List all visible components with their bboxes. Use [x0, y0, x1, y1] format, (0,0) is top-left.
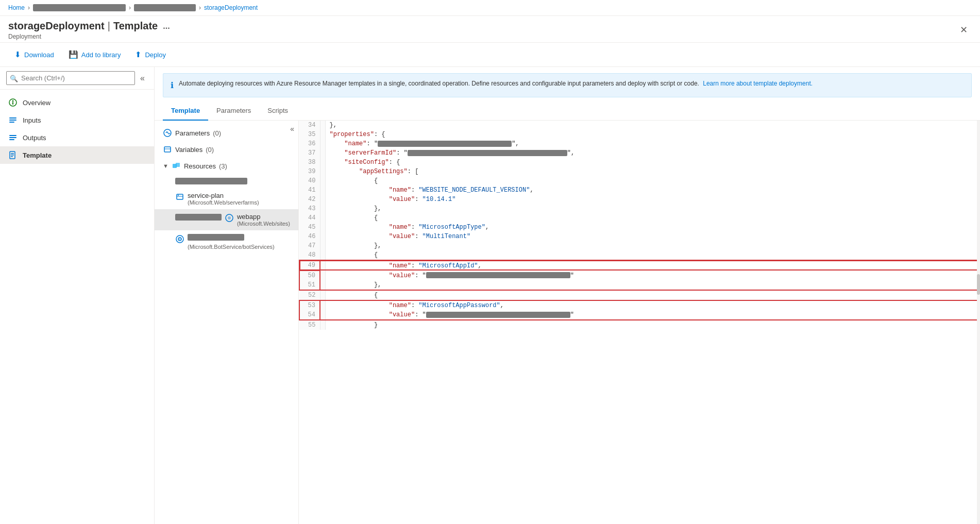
title-area: storageDeployment | Template ... Deploym…	[8, 20, 170, 40]
tree-service-plan[interactable]: service-plan (Microsoft.Web/serverfarms)	[155, 188, 298, 209]
code-line-44: 44 {	[299, 213, 979, 223]
add-to-library-button[interactable]: 💾 Add to library	[62, 47, 127, 62]
line-code-50: "value": ""	[325, 271, 979, 280]
line-num-40: 40	[299, 176, 320, 185]
tree-parameters[interactable]: Parameters (0)	[155, 125, 298, 141]
breadcrumb-current[interactable]: storageDeployment	[204, 4, 258, 11]
code-line-43: 43 },	[299, 204, 979, 213]
svg-point-22	[228, 216, 231, 219]
code-line-49: 49 "name": "MicrosoftAppId",	[299, 260, 979, 271]
page-subtitle: Deployment	[8, 33, 170, 40]
svg-rect-18	[177, 194, 183, 199]
webapp-icon	[225, 213, 234, 223]
line-gutter-48	[320, 250, 325, 260]
svg-rect-2	[12, 102, 13, 105]
line-code-51: },	[325, 280, 979, 290]
service-plan-icon	[175, 192, 184, 201]
download-button[interactable]: ⬇ Download	[8, 47, 60, 62]
search-container: 🔍 «	[0, 67, 154, 90]
tab-scripts[interactable]: Scripts	[259, 102, 296, 121]
service-plan-info: service-plan (Microsoft.Web/serverfarms)	[188, 192, 259, 206]
line-num-43: 43	[299, 204, 320, 213]
code-line-50: 50 "value": ""	[299, 271, 979, 280]
line-num-41: 41	[299, 185, 320, 195]
search-input[interactable]	[6, 71, 135, 85]
scrollbar-track[interactable]	[977, 121, 980, 524]
tab-template[interactable]: Template	[163, 102, 208, 121]
title-section: Template	[113, 20, 158, 32]
line-num-47: 47	[299, 241, 320, 250]
line-num-51: 51	[299, 280, 320, 290]
collapse-sidebar-button[interactable]: «	[137, 72, 148, 85]
tree-resources[interactable]: ▼ Resources (3)	[155, 158, 298, 174]
title-resource: storageDeployment	[8, 20, 105, 32]
code-line-51: 51 },	[299, 280, 979, 290]
breadcrumb-home[interactable]: Home	[8, 4, 25, 11]
line-gutter-40	[320, 176, 325, 185]
svg-rect-12	[11, 156, 13, 157]
line-code-34: },	[325, 121, 979, 130]
line-num-42: 42	[299, 195, 320, 204]
deploy-icon: ⬆	[135, 50, 142, 59]
tree-webapp[interactable]: webapp (Microsoft.Web/sites)	[155, 209, 298, 230]
line-code-44: {	[325, 213, 979, 223]
info-bar: ℹ Automate deploying resources with Azur…	[163, 73, 972, 97]
add-to-library-label: Add to library	[81, 51, 121, 59]
scrollbar-thumb[interactable]	[977, 274, 980, 295]
outputs-icon	[8, 133, 18, 142]
line-code-45: "name": "MicrosoftAppType",	[325, 223, 979, 232]
close-button[interactable]: ✕	[956, 22, 972, 38]
sidebar-item-template[interactable]: Template	[0, 146, 154, 164]
line-code-52: {	[325, 290, 979, 300]
code-line-36: 36 "name": "",	[299, 139, 979, 148]
line-gutter-42	[320, 195, 325, 204]
deploy-button[interactable]: ⬆ Deploy	[129, 47, 172, 62]
sidebar-item-inputs[interactable]: Inputs	[0, 111, 154, 129]
resources-tree-icon	[172, 161, 181, 171]
sidebar-item-outputs[interactable]: Outputs	[0, 129, 154, 146]
line-num-36: 36	[299, 139, 320, 148]
collapse-tree-button[interactable]: «	[290, 125, 294, 133]
code-table: 34 }, 35 "properties": { 36	[299, 121, 980, 330]
line-code-36: "name": "",	[325, 139, 979, 148]
tree-resource-redacted[interactable]	[155, 174, 298, 188]
line-gutter-36	[320, 139, 325, 148]
line-num-49: 49	[299, 260, 320, 271]
svg-point-25	[179, 239, 180, 240]
breadcrumb-sep2: ›	[129, 4, 131, 11]
tree-botservice[interactable]: (Microsoft.BotService/botServices)	[155, 230, 298, 253]
line-code-37: "serverFarmId": "",	[325, 148, 979, 158]
parameters-tree-icon	[163, 128, 172, 138]
variables-tree-label: Variables	[175, 146, 202, 154]
template-icon	[8, 150, 18, 160]
info-link[interactable]: Learn more about template deployment.	[703, 80, 813, 87]
toolbar: ⬇ Download 💾 Add to library ⬆ Deploy	[0, 43, 980, 67]
parameters-tree-label: Parameters	[175, 129, 210, 137]
svg-rect-17	[176, 163, 180, 167]
code-line-45: 45 "name": "MicrosoftAppType",	[299, 223, 979, 232]
svg-point-20	[178, 195, 179, 196]
svg-rect-7	[9, 137, 16, 138]
title-separator: |	[108, 20, 110, 32]
search-icon: 🔍	[10, 74, 18, 82]
breadcrumb-redacted-1	[33, 4, 126, 11]
code-line-40: 40 {	[299, 176, 979, 185]
resources-chevron-icon: ▼	[163, 163, 168, 169]
svg-point-1	[12, 100, 14, 102]
sidebar-item-overview[interactable]: Overview	[0, 94, 154, 111]
ellipsis-btn[interactable]: ...	[163, 22, 170, 31]
info-text: Automate deploying resources with Azure …	[179, 79, 813, 88]
overview-label: Overview	[23, 99, 50, 107]
tree-variables[interactable]: Variables (0)	[155, 141, 298, 158]
line-gutter-49	[320, 260, 325, 271]
page-header: storageDeployment | Template ... Deploym…	[0, 16, 980, 43]
line-num-34: 34	[299, 121, 320, 130]
line-num-55: 55	[299, 320, 320, 330]
tab-parameters[interactable]: Parameters	[208, 102, 259, 121]
code-line-55: 55 }	[299, 320, 979, 330]
deploy-label: Deploy	[145, 51, 165, 59]
code-line-42: 42 "value": "10.14.1"	[299, 195, 979, 204]
download-icon: ⬇	[14, 50, 21, 59]
content-area: ℹ Automate deploying resources with Azur…	[155, 67, 980, 524]
code-line-54: 54 "value": ""	[299, 310, 979, 320]
